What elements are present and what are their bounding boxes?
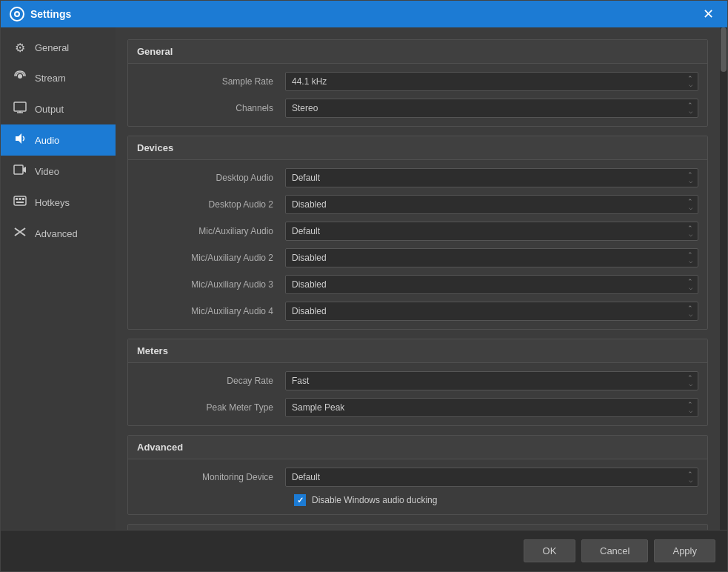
gear-icon: ⚙ (13, 41, 27, 55)
sidebar-label-output: Output (35, 104, 64, 115)
channels-select[interactable]: Stereo (285, 99, 698, 118)
monitoring-device-label: Monitoring Device (137, 472, 285, 482)
sidebar-item-video[interactable]: Video (1, 156, 116, 187)
window-title: Settings (30, 8, 71, 20)
cancel-button[interactable]: Cancel (581, 539, 648, 562)
desktop-audio-2-row: Desktop Audio 2 Disabled (128, 191, 707, 218)
sample-rate-label: Sample Rate (137, 76, 285, 87)
mic-aux-value: Default (292, 226, 320, 236)
channels-value: Stereo (292, 103, 318, 113)
main-content: General Sample Rate 44.1 kHz Channels St… (116, 27, 720, 530)
svg-rect-13 (22, 198, 24, 200)
decay-rate-row: Decay Rate Fast (128, 368, 707, 394)
sample-rate-select[interactable]: 44.1 kHz (285, 72, 698, 91)
output-icon (13, 101, 27, 117)
sidebar-label-audio: Audio (35, 135, 59, 146)
mic-aux-row: Mic/Auxiliary Audio Default (128, 218, 707, 245)
svg-point-3 (18, 74, 22, 79)
desktop-audio-row: Desktop Audio Default (128, 164, 707, 191)
svg-rect-10 (14, 196, 26, 205)
general-section: General Sample Rate 44.1 kHz Channels St… (127, 39, 708, 127)
video-icon (13, 163, 27, 179)
desktop-audio-value: Default (292, 173, 320, 183)
mic-aux-select[interactable]: Default (285, 222, 698, 241)
mic-aux-2-row: Mic/Auxiliary Audio 2 Disabled (128, 245, 707, 271)
desktop-audio-select[interactable]: Default (285, 168, 698, 187)
monitoring-device-select[interactable]: Default (285, 468, 698, 487)
devices-section-content: Desktop Audio Default Desktop Audio 2 Di… (128, 160, 707, 329)
sidebar-item-output[interactable]: Output (1, 93, 116, 124)
scrollbar[interactable] (720, 27, 727, 530)
advanced-icon (13, 225, 27, 242)
advanced-section-content: Monitoring Device Default Disable Window… (128, 459, 707, 514)
advanced-section: Advanced Monitoring Device Default Disab… (127, 435, 708, 515)
decay-rate-value: Fast (292, 376, 309, 386)
mic-aux-3-label: Mic/Auxiliary Audio 3 (137, 279, 285, 290)
svg-rect-14 (16, 202, 24, 203)
desktop-audio-2-value: Disabled (292, 199, 327, 210)
sidebar-item-general[interactable]: ⚙ General (1, 33, 116, 62)
sidebar-label-advanced: Advanced (35, 228, 78, 239)
svg-rect-4 (14, 102, 26, 111)
advanced-section-title: Advanced (128, 436, 707, 459)
sidebar-item-audio[interactable]: Audio (1, 124, 116, 156)
footer: OK Cancel Apply (1, 530, 727, 571)
mic-aux-2-value: Disabled (292, 253, 327, 263)
sidebar-label-stream: Stream (35, 73, 66, 84)
content-area: ⚙ General Stream (1, 27, 727, 530)
svg-rect-11 (16, 198, 18, 200)
devices-section-title: Devices (128, 136, 707, 160)
title-bar-left: Settings (10, 7, 71, 21)
general-section-content: Sample Rate 44.1 kHz Channels Stereo (128, 64, 707, 126)
desktop-audio-label: Desktop Audio (137, 173, 285, 183)
close-button[interactable]: ✕ (698, 6, 718, 22)
monitoring-device-row: Monitoring Device Default (128, 464, 707, 490)
meters-section-title: Meters (128, 339, 707, 363)
settings-window: Settings ✕ ⚙ General St (0, 0, 728, 572)
decay-rate-label: Decay Rate (137, 376, 285, 386)
sidebar-item-advanced[interactable]: Advanced (1, 218, 116, 249)
stream-icon (13, 70, 27, 86)
peak-meter-select[interactable]: Sample Peak (285, 398, 698, 417)
meters-section: Meters Decay Rate Fast Peak Meter Type S… (127, 339, 708, 426)
sidebar-label-video: Video (35, 166, 59, 177)
audio-ducking-row: Disable Windows audio ducking (128, 490, 707, 510)
channels-row: Channels Stereo (128, 95, 707, 122)
svg-rect-8 (14, 165, 23, 174)
ok-button[interactable]: OK (524, 539, 575, 562)
svg-point-2 (16, 13, 19, 16)
audio-ducking-checkbox[interactable] (294, 494, 306, 506)
devices-section: Devices Desktop Audio Default Desktop Au… (127, 136, 708, 330)
audio-icon (13, 132, 27, 148)
title-bar: Settings ✕ (1, 1, 727, 27)
decay-rate-select[interactable]: Fast (285, 371, 698, 390)
channels-label: Channels (137, 103, 285, 113)
peak-meter-label: Peak Meter Type (137, 402, 285, 413)
peak-meter-row: Peak Meter Type Sample Peak (128, 394, 707, 421)
sidebar-item-stream[interactable]: Stream (1, 62, 116, 93)
mic-aux-4-value: Disabled (292, 306, 327, 316)
hotkeys-section: Hotkeys (127, 524, 708, 530)
hotkeys-section-title: Hotkeys (128, 525, 707, 530)
mic-aux-label: Mic/Auxiliary Audio (137, 226, 285, 236)
desktop-audio-2-label: Desktop Audio 2 (137, 199, 285, 210)
sidebar-item-hotkeys[interactable]: Hotkeys (1, 187, 116, 218)
mic-aux-4-row: Mic/Auxiliary Audio 4 Disabled (128, 298, 707, 325)
app-icon (10, 7, 24, 21)
mic-aux-4-select[interactable]: Disabled (285, 302, 698, 321)
general-section-title: General (128, 40, 707, 64)
mic-aux-3-value: Disabled (292, 279, 327, 290)
mic-aux-2-select[interactable]: Disabled (285, 248, 698, 267)
sample-rate-row: Sample Rate 44.1 kHz (128, 68, 707, 95)
scrollbar-thumb[interactable] (721, 27, 727, 72)
audio-ducking-label: Disable Windows audio ducking (312, 495, 437, 505)
desktop-audio-2-select[interactable]: Disabled (285, 195, 698, 214)
svg-rect-12 (19, 198, 21, 200)
mic-aux-3-row: Mic/Auxiliary Audio 3 Disabled (128, 271, 707, 298)
meters-section-content: Decay Rate Fast Peak Meter Type Sample P… (128, 363, 707, 425)
apply-button[interactable]: Apply (654, 539, 715, 562)
sidebar: ⚙ General Stream (1, 27, 116, 530)
hotkeys-icon (13, 194, 27, 210)
mic-aux-3-select[interactable]: Disabled (285, 275, 698, 294)
sidebar-label-general: General (35, 42, 69, 53)
